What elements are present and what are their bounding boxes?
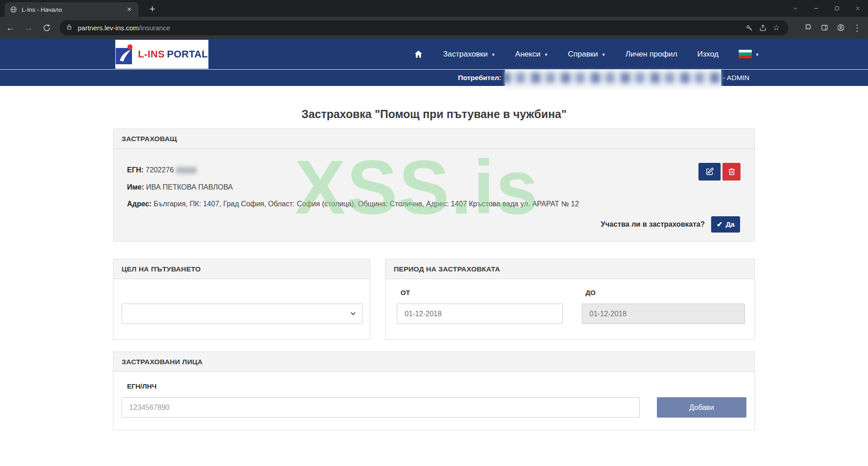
trash-icon [727,167,736,176]
insured-card-header: ЗАСТРАХОВАНИ ЛИЦА [113,352,755,372]
url-path: /insurance [139,24,170,32]
period-to-label: ДО [585,289,595,296]
user-role: - ADMIN [723,74,750,82]
check-icon: ✔ [717,220,722,228]
purpose-card-header: ЦЕЛ НА ПЪТУВАНЕТО [113,259,370,279]
insured-egn-label: ЕГН/ЛНЧ [127,382,156,390]
insurer-card: ЗАСТРАХОВАЩ ЕГН: 7202276 Име: ИВА ПЕТКОВ… [113,128,755,242]
password-key-icon[interactable] [742,21,756,35]
main-menu: Застраховки ▼ Анекси ▼ Справки ▼ Личен п… [414,39,759,69]
purpose-card: ЦЕЛ НА ПЪТУВАНЕТО [113,259,370,340]
site-navbar: L-INSPORTAL Застраховки ▼ Анекси ▼ Справ… [0,39,868,69]
site-logo[interactable]: L-INSPORTAL [115,40,208,69]
blurred-egn-digits [176,167,197,174]
back-button[interactable]: ← [3,20,18,36]
add-insured-button[interactable]: Добави [657,397,746,418]
bulgarian-flag-icon [739,50,752,58]
period-to-input[interactable] [582,304,745,324]
window-controls [785,0,868,17]
browser-window: L-Ins - Начало × + ← → [0,0,868,466]
url-text: partners.lev-ins.com/insurance [78,24,742,32]
side-panel-icon[interactable] [816,20,833,35]
nav-item-insurances[interactable]: Застраховки ▼ [443,50,495,59]
language-selector[interactable]: ▼ [739,50,760,58]
new-tab-button[interactable]: + [146,2,159,16]
nav-home-icon[interactable] [414,49,423,59]
browser-tab-bar: L-Ins - Начало × + [0,0,868,17]
globe-favicon-icon [10,6,17,13]
lock-icon[interactable] [66,24,72,32]
period-from-input[interactable] [397,304,563,324]
participates-yes-button[interactable]: ✔ Да [711,216,740,233]
address-row: Адрес: България, ПК: 1407, Град София, О… [127,200,579,208]
address-bar[interactable]: partners.lev-ins.com/insurance ☆ [60,20,788,35]
extensions-puzzle-icon[interactable] [800,20,816,35]
url-host: partners.lev-ins.com [78,24,139,32]
chevron-down-icon: ▼ [544,52,548,57]
delete-insurer-button[interactable] [722,163,741,181]
refresh-button[interactable] [39,20,54,36]
window-close-button[interactable] [847,0,868,17]
bookmark-star-icon[interactable]: ☆ [769,21,783,35]
purpose-select[interactable] [122,304,363,324]
nav-item-profile[interactable]: Личен профил [626,50,678,59]
forward-button[interactable]: → [21,20,36,36]
edit-pencil-icon [705,167,714,176]
profile-avatar-icon[interactable] [833,20,849,35]
user-label: Потребител: [458,74,501,82]
browser-tab[interactable]: L-Ins - Начало × [5,2,138,17]
page-title: Застраховка "Помощ при пътуване в чужбин… [0,108,868,121]
edit-insurer-button[interactable] [698,163,721,181]
window-dropdown-icon[interactable] [785,0,806,17]
user-bar: Потребител: - ADMIN [0,69,868,86]
period-card: ПЕРИОД НА ЗАСТРАХОВКАТА ОТ ДО [385,259,755,340]
nav-item-logout[interactable]: Изход [697,50,718,59]
nav-item-annexes[interactable]: Анекси ▼ [515,50,548,59]
insurer-card-header: ЗАСТРАХОВАЩ [113,129,755,149]
toolbar-right-icons: ⋮ [800,20,865,35]
chevron-down-icon: ▼ [602,52,606,57]
period-from-label: ОТ [401,289,410,296]
name-row: Име: ИВА ПЕТКОВА ПАВЛОВА [127,183,233,191]
window-minimize-button[interactable] [806,0,826,17]
egn-row: ЕГН: 7202276 [127,166,197,174]
tab-title: L-Ins - Начало [22,6,125,13]
period-card-header: ПЕРИОД НА ЗАСТРАХОВКАТА [386,259,755,279]
logo-icon [116,44,134,64]
browser-toolbar: ← → partners.lev-ins.com/insurance ☆ [0,17,868,39]
chevron-down-icon: ▼ [755,52,760,57]
tab-close-icon[interactable]: × [125,5,134,14]
browser-menu-icon[interactable]: ⋮ [849,20,865,35]
purpose-select-wrap [122,304,363,324]
window-maximize-button[interactable] [826,0,847,17]
blurred-username [505,69,721,88]
logo-text: L-INSPORTAL [138,48,208,60]
participates-label: Участва ли в застраховката? [601,220,705,228]
share-icon[interactable] [756,21,769,35]
insured-card: ЗАСТРАХОВАНИ ЛИЦА ЕГН/ЛНЧ Добави [113,352,755,430]
nav-item-reports[interactable]: Справки ▼ [568,50,605,59]
insured-egn-input[interactable] [122,397,640,418]
chevron-down-icon: ▼ [491,52,495,57]
